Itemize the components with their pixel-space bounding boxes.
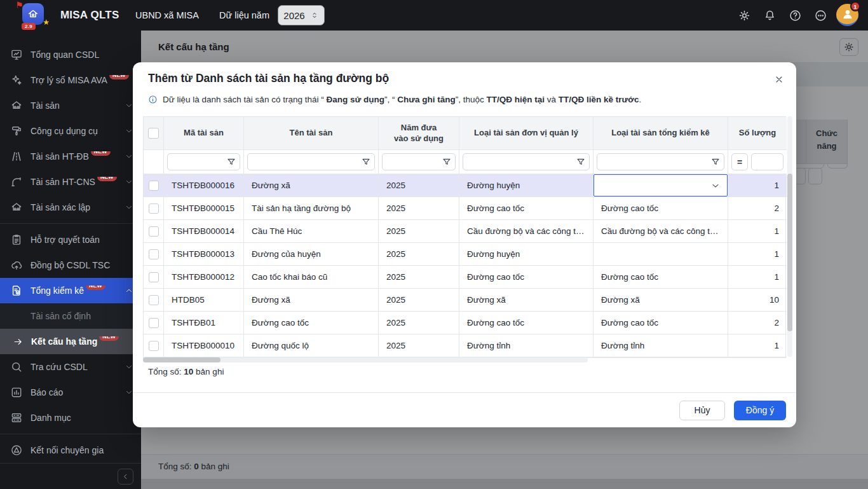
cell-text: TSHTĐB000013 bbox=[172, 249, 234, 259]
filter-input-inventory-type[interactable] bbox=[597, 153, 724, 170]
cell-qty: 1 bbox=[728, 266, 787, 289]
settings-button[interactable] bbox=[734, 5, 754, 25]
column-header-inventory-type: Loại tài sản tổng kiểm kê bbox=[593, 117, 728, 150]
row-checkbox[interactable] bbox=[149, 226, 159, 237]
table-row[interactable]: HTDB05Đường xã2025Đường xãĐường xã10 bbox=[144, 289, 785, 312]
notifications-button[interactable] bbox=[759, 5, 780, 25]
sidebar-collapse-button[interactable] bbox=[118, 469, 133, 485]
sidebar-item-ho-tro-quyet-toan[interactable]: Hỗ trợ quyết toán bbox=[0, 227, 141, 252]
filter-input-year[interactable] bbox=[382, 153, 456, 170]
dashboard-icon bbox=[10, 48, 23, 61]
row-checkbox[interactable] bbox=[149, 249, 159, 259]
sidebar-item-label: Tài sản xác lập bbox=[31, 202, 90, 212]
row-checkbox[interactable] bbox=[149, 181, 159, 191]
cell-qty: 1 bbox=[728, 220, 787, 243]
pipe-icon bbox=[10, 176, 23, 188]
row-checkbox[interactable] bbox=[149, 295, 159, 305]
sidebar-item-tro-ly-so-misa-ava[interactable]: Trợ lý số MISA AVANEW bbox=[0, 67, 141, 93]
sidebar-item-tai-san-xac-lap[interactable]: Tài sản xác lập bbox=[0, 195, 141, 220]
info-bold-fragment: TT/QĐ liền kề trước bbox=[559, 95, 639, 104]
table-row[interactable]: TSHTĐB000016Đường xã2025Đường huyện1 bbox=[144, 174, 785, 197]
sidebar-item-label: Danh mục bbox=[31, 413, 71, 423]
close-button[interactable] bbox=[771, 71, 787, 88]
cell-code: TSHTĐB000016 bbox=[164, 174, 244, 197]
cell-text: 1 bbox=[774, 181, 779, 190]
sidebar-item-tong-kiem-ke[interactable]: Tổng kiểm kêNEW bbox=[0, 278, 141, 303]
sidebar-item-tong-quan-csdl[interactable]: Tổng quan CSDL bbox=[0, 42, 141, 67]
info-text-fragment: Dữ liệu là danh sách tài sản có trạng th… bbox=[163, 95, 326, 104]
help-button[interactable] bbox=[785, 5, 805, 25]
sidebar-item-tai-san-co-dinh[interactable]: Tài sản cố định bbox=[0, 303, 141, 329]
row-checkbox[interactable] bbox=[149, 203, 159, 214]
chevron-down-icon bbox=[125, 362, 133, 371]
chevron-down-icon bbox=[710, 181, 721, 191]
sidebar-item-label: Đồng bộ CSDL TSC bbox=[31, 260, 110, 270]
new-badge: NEW bbox=[109, 75, 129, 79]
sidebar-item-danh-muc[interactable]: Danh mục bbox=[0, 405, 141, 430]
row-checkbox[interactable] bbox=[149, 272, 159, 282]
cell-text: Đường quốc lộ bbox=[252, 341, 309, 350]
vertical-scrollbar[interactable] bbox=[787, 116, 792, 357]
filter-funnel-icon bbox=[576, 157, 586, 167]
cell-text: HTDB05 bbox=[172, 295, 205, 305]
sidebar-item-tra-cuu-csdl[interactable]: Tra cứu CSDL bbox=[0, 354, 141, 380]
sidebar-divider bbox=[0, 434, 141, 434]
horizontal-scrollbar[interactable] bbox=[143, 357, 588, 362]
cell-text: Đường xã bbox=[252, 181, 290, 190]
cell-inventory-type bbox=[593, 243, 728, 266]
table-row[interactable]: TSHTĐB000014Cầu Thê Húc2025Cầu đường bộ … bbox=[144, 220, 785, 243]
cell-text: Đường cao tốc bbox=[601, 318, 658, 327]
confirm-button[interactable]: Đồng ý bbox=[734, 401, 786, 420]
cell-unit-type: Đường cao tốc bbox=[459, 312, 593, 334]
cell-text: 2 bbox=[774, 318, 779, 327]
sidebar-item-tai-san[interactable]: Tài sản bbox=[0, 93, 141, 118]
column-header-unit-type: Loại tài sản đơn vị quản lý bbox=[459, 117, 593, 150]
equals-operator-button[interactable]: = bbox=[731, 153, 748, 170]
vertical-scrollbar-thumb[interactable] bbox=[787, 174, 792, 331]
filter-funnel-icon bbox=[710, 157, 721, 167]
cell-unit-type: Cầu đường bộ và các công trì... bbox=[459, 220, 593, 243]
inventory-type-dropdown[interactable] bbox=[593, 174, 728, 196]
year-select[interactable]: 2026 bbox=[278, 5, 325, 25]
sidebar-item-tai-san-ht-cns[interactable]: Tài sản HT-CNSNEW bbox=[0, 169, 141, 195]
cell-text: Đường cao tốc bbox=[252, 318, 309, 327]
more-button[interactable] bbox=[810, 5, 831, 25]
cell-inventory-type: Đường tỉnh bbox=[593, 334, 728, 357]
horizontal-scrollbar-thumb[interactable] bbox=[143, 357, 220, 362]
sidebar-item-cong-cu-dung-cu[interactable]: Công cụ dụng cụ bbox=[0, 118, 141, 144]
filter-input-qty[interactable] bbox=[751, 153, 783, 170]
sidebar-item-tai-san-ht-db[interactable]: Tài sản HT-ĐBNEW bbox=[0, 144, 141, 169]
table-row[interactable]: TSHTĐB000015Tài sản hạ tầng đường bộ2025… bbox=[144, 197, 785, 220]
row-checkbox[interactable] bbox=[149, 341, 159, 351]
row-checkbox[interactable] bbox=[149, 318, 159, 328]
cell-code: TSHTĐB000014 bbox=[164, 220, 244, 243]
cell-text: TSHTĐB000010 bbox=[172, 341, 234, 350]
org-name: UBND xã MISA bbox=[135, 10, 199, 20]
cell-text: Đường cao tốc bbox=[601, 203, 658, 213]
cell-inventory-type: Cầu đường bộ và các công trì... bbox=[593, 220, 728, 243]
chevron-up-icon bbox=[125, 286, 133, 295]
cell-name: Đường quốc lộ bbox=[244, 334, 379, 357]
filter-cell-unit-type bbox=[459, 150, 593, 174]
sidebar-item-label: Trợ lý số MISA AVA bbox=[31, 75, 107, 85]
sidebar-item-dong-bo-csdl-tsc[interactable]: Đồng bộ CSDL TSC bbox=[0, 252, 141, 278]
sidebar-item-ket-noi-chuyen-gia[interactable]: Kết nối chuyên gia bbox=[0, 437, 141, 463]
add-assets-modal: Thêm từ Danh sách tài sản hạ tầng đường … bbox=[133, 62, 796, 427]
cell-qty: 10 bbox=[728, 289, 787, 312]
filter-input-unit-type[interactable] bbox=[463, 153, 590, 170]
sidebar-item-ket-cau-ha-tang[interactable]: Kết cấu hạ tầngNEW bbox=[0, 329, 141, 354]
app-name: MISA QLTS bbox=[60, 9, 119, 22]
search-icon bbox=[10, 361, 23, 373]
table-row[interactable]: TSHTĐB000013Đường của huyện2025Đường huy… bbox=[144, 243, 785, 266]
cell-text: 2025 bbox=[386, 249, 405, 259]
filter-input-name[interactable] bbox=[247, 153, 375, 170]
filter-input-code[interactable] bbox=[167, 153, 240, 170]
sidebar-item-bao-cao[interactable]: Báo cáo bbox=[0, 380, 141, 405]
select-all-checkbox[interactable] bbox=[148, 128, 159, 139]
cancel-button[interactable]: Hủy bbox=[679, 401, 725, 420]
assets-icon bbox=[10, 201, 23, 214]
table-row[interactable]: TSHTĐB000010Đường quốc lộ2025Đường tỉnhĐ… bbox=[144, 334, 785, 357]
table-row[interactable]: TSHTĐB000012Cao tốc khai báo cũ2025Đường… bbox=[144, 266, 785, 289]
year-value: 2026 bbox=[283, 10, 304, 21]
table-row[interactable]: TSHTĐB01Đường cao tốc2025Đường cao tốcĐư… bbox=[144, 312, 785, 334]
